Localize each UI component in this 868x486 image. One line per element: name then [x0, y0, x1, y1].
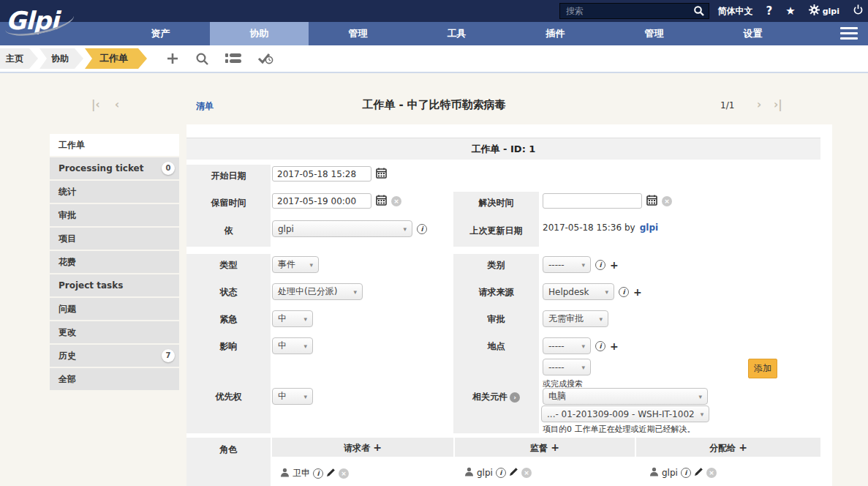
nav-tab-setup[interactable]: 设置 [703, 22, 802, 45]
sidebar-item-project-tasks[interactable]: Project tasks [50, 274, 179, 296]
user-icon [649, 467, 659, 479]
user-info-icon[interactable]: i [681, 468, 691, 478]
priority-dropdown[interactable]: 中 ▾ [272, 388, 313, 405]
by-label: 依 [186, 225, 271, 237]
status-dropdown[interactable]: 处理中(已分派) ▾ [272, 283, 363, 300]
impact-label: 影响 [186, 340, 271, 353]
sidebar-item-label: Processing ticket [59, 163, 143, 173]
hamburger-menu-icon[interactable] [840, 27, 858, 42]
remove-user-icon[interactable]: × [521, 468, 532, 478]
glpi-logo[interactable]: Glpi [6, 1, 79, 42]
start-date-input[interactable] [272, 166, 371, 182]
edit-pencil-icon[interactable] [326, 468, 336, 479]
sidebar-item-approvals[interactable]: 审批 [50, 204, 179, 226]
category-info-icon[interactable]: i [595, 260, 605, 270]
related-expand-icon[interactable]: › [510, 392, 520, 403]
edit-pencil-icon[interactable] [509, 467, 518, 479]
user-preferences[interactable]: glpi [809, 4, 839, 18]
edit-pencil-icon[interactable] [694, 467, 703, 479]
approval-dropdown-value: 无需审批 [548, 313, 584, 325]
remove-user-icon[interactable]: × [706, 468, 717, 478]
source-dropdown[interactable]: Helpdesk ▾ [543, 283, 614, 300]
source-add-icon[interactable]: + [633, 286, 642, 298]
nav-tab-assistance[interactable]: 协助 [210, 22, 309, 45]
urgency-label: 紧急 [186, 313, 271, 326]
assignee-user-entry: glpi i × [649, 467, 717, 479]
user-info-icon[interactable]: i [313, 468, 323, 479]
clear-date-icon[interactable]: × [391, 196, 401, 206]
main-nav: 资产 协助 管理 工具 插件 管理 设置 [0, 22, 868, 45]
sidebar-item-costs[interactable]: 花费 [50, 251, 179, 273]
chevron-down-icon: ▾ [581, 343, 585, 350]
add-related-item-button[interactable]: 添加 [748, 359, 777, 378]
gear-icon [809, 4, 820, 18]
nav-tab-assets[interactable]: 资产 [111, 22, 210, 45]
calendar-icon[interactable] [646, 195, 657, 208]
nav-tab-management[interactable]: 管理 [309, 22, 407, 45]
next-page-icon[interactable]: › [757, 98, 761, 111]
clear-date-icon[interactable]: × [662, 196, 672, 206]
bookmark-star-icon[interactable]: ★ [785, 4, 795, 18]
add-assignee-icon[interactable]: + [739, 441, 747, 453]
calendar-icon[interactable] [376, 195, 387, 208]
requester-user-name[interactable]: 卫申 [293, 467, 310, 479]
location-dropdown[interactable]: ----- ▾ [543, 337, 591, 354]
sidebar-item-ticket[interactable]: 工作单 [50, 134, 179, 156]
nav-tab-administration[interactable]: 管理 [605, 22, 703, 45]
resolve-date-input[interactable] [543, 193, 642, 209]
sidebar-item-statistics[interactable]: 统计 [50, 181, 179, 203]
breadcrumb-assistance[interactable]: 协助 [39, 48, 83, 69]
calendar-icon[interactable] [376, 168, 387, 181]
by-info-icon[interactable]: i [417, 224, 427, 234]
sidebar-item-historical[interactable]: 历史 7 [50, 345, 179, 367]
chevron-down-icon: ▾ [303, 393, 307, 400]
add-ticket-icon[interactable] [166, 52, 179, 65]
location-add-icon[interactable]: + [610, 340, 619, 352]
urgency-dropdown[interactable]: 中 ▾ [272, 310, 313, 327]
search-input[interactable] [560, 6, 690, 16]
impact-dropdown-value: 中 [278, 340, 287, 352]
sidebar-item-projects[interactable]: 项目 [50, 228, 179, 250]
last-update-label: 上次更新日期 [453, 225, 539, 237]
add-observer-icon[interactable]: + [551, 441, 559, 453]
location-info-icon[interactable]: i [595, 341, 605, 351]
related-item-note: 项目的0 工作单正在处理或近期已经解决。 [543, 424, 695, 435]
sidebar-item-all[interactable]: 全部 [50, 368, 179, 390]
sidebar-item-processing-ticket[interactable]: Processing ticket 0 [50, 157, 179, 179]
reserve-date-input[interactable] [272, 193, 371, 209]
actors-label: 角色 [186, 444, 271, 456]
last-page-icon[interactable]: ›| [774, 98, 782, 111]
language-selector[interactable]: 简体中文 [718, 5, 753, 18]
search-tickets-icon[interactable] [195, 52, 209, 66]
logout-power-icon[interactable] [853, 4, 864, 18]
list-view-icon[interactable] [225, 53, 241, 64]
breadcrumb-tickets[interactable]: 工作单 [85, 48, 147, 69]
breadcrumb-home[interactable]: 主页 [0, 48, 38, 69]
related-itemtype-dropdown[interactable]: ----- ▾ [543, 359, 591, 375]
source-info-icon[interactable]: i [619, 287, 629, 297]
nav-tab-plugins[interactable]: 插件 [506, 22, 605, 45]
approval-dropdown[interactable]: 无需审批 ▾ [543, 310, 608, 327]
observer-column-header: 监督 + [455, 438, 635, 457]
search-icon[interactable] [690, 4, 709, 18]
assignee-user-name[interactable]: glpi [662, 468, 678, 478]
related-item-dropdown[interactable]: ...- 01-201309-009 - WSH-IT-1002 ▾ [541, 405, 709, 422]
last-update-user-link[interactable]: glpi [640, 223, 658, 233]
related-itemtype-value: ----- [548, 362, 565, 373]
related-type-dropdown[interactable]: 电脑 ▾ [543, 388, 708, 405]
category-dropdown[interactable]: ----- ▾ [543, 256, 591, 273]
validation-icon[interactable] [257, 52, 273, 65]
observer-user-name[interactable]: glpi [477, 468, 493, 478]
user-info-icon[interactable]: i [496, 468, 506, 478]
by-dropdown[interactable]: glpi ▾ [272, 220, 412, 237]
add-requester-icon[interactable]: + [373, 441, 382, 453]
remove-user-icon[interactable]: × [339, 468, 349, 479]
category-add-icon[interactable]: + [610, 259, 619, 271]
help-button[interactable]: ? [766, 4, 773, 18]
nav-tab-tools[interactable]: 工具 [407, 22, 506, 45]
sidebar-item-problems[interactable]: 问题 [50, 298, 179, 320]
page-title: 工作单 - 中了比特币勒索病毒 [0, 98, 868, 112]
sidebar-item-changes[interactable]: 更改 [50, 321, 179, 343]
type-dropdown[interactable]: 事件 ▾ [272, 256, 319, 273]
impact-dropdown[interactable]: 中 ▾ [272, 337, 313, 354]
